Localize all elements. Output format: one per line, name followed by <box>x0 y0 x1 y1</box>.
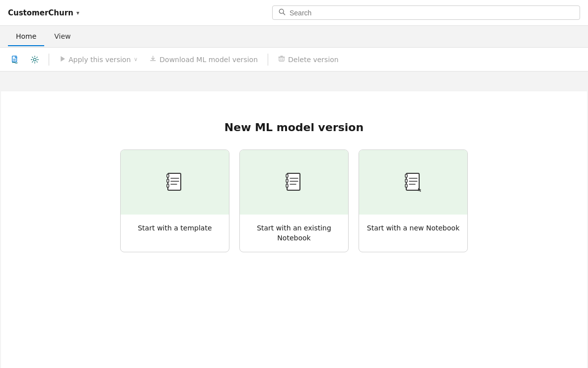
svg-rect-13 <box>167 184 169 187</box>
main-content: New ML model version Start with a templa <box>0 72 588 368</box>
delete-version-button[interactable]: Delete version <box>273 52 344 67</box>
card-existing-label: Start with an existing Notebook <box>240 215 348 252</box>
svg-rect-19 <box>286 179 288 182</box>
svg-rect-7 <box>279 57 284 61</box>
tab-home[interactable]: Home <box>8 27 44 46</box>
svg-rect-20 <box>286 184 288 187</box>
notebook-icon-template <box>163 170 187 194</box>
file-icon <box>10 55 19 64</box>
svg-rect-17 <box>287 173 300 190</box>
search-input[interactable] <box>290 9 574 17</box>
toolbar-divider-2 <box>268 54 268 66</box>
title-chevron-icon[interactable]: ▾ <box>76 9 79 16</box>
tab-view[interactable]: View <box>46 27 78 46</box>
gear-icon <box>30 55 39 64</box>
card-template[interactable]: Start with a template <box>120 149 229 252</box>
svg-marker-6 <box>61 56 65 62</box>
apply-chevron-icon: ∨ <box>134 56 138 63</box>
topbar: CustomerChurn ▾ <box>0 0 588 26</box>
notebook-icon-existing <box>282 170 306 194</box>
card-new-label: Start with a new Notebook <box>359 215 467 242</box>
download-version-button[interactable]: Download ML model version <box>145 52 263 67</box>
section-title: New ML model version <box>224 121 364 134</box>
svg-rect-27 <box>405 184 407 187</box>
trash-icon <box>278 55 285 64</box>
svg-rect-12 <box>167 179 169 182</box>
search-icon <box>279 8 286 17</box>
main-inner: New ML model version Start with a templa <box>1 91 587 368</box>
apply-version-label: Apply this version <box>69 56 131 64</box>
card-new-notebook[interactable]: Start with a new Notebook <box>359 149 468 252</box>
svg-line-1 <box>283 13 285 15</box>
svg-rect-26 <box>405 179 407 182</box>
toolbar-divider-1 <box>49 54 49 66</box>
svg-point-5 <box>33 58 36 61</box>
file-icon-button[interactable] <box>6 51 24 69</box>
notebook-icon-new <box>401 170 425 194</box>
play-icon <box>59 56 66 64</box>
card-existing-icon-area <box>240 150 348 215</box>
toolbar: Apply this version ∨ Download ML model v… <box>0 48 588 72</box>
card-new-icon-area <box>359 150 467 215</box>
svg-rect-24 <box>406 173 419 190</box>
topbar-left: CustomerChurn ▾ <box>8 8 79 17</box>
download-icon <box>149 55 156 64</box>
delete-version-label: Delete version <box>288 56 339 64</box>
svg-rect-10 <box>168 173 181 190</box>
card-template-label: Start with a template <box>121 215 229 242</box>
nav-tabs: Home View <box>0 26 588 48</box>
svg-rect-18 <box>286 174 288 177</box>
search-box[interactable] <box>272 5 580 20</box>
svg-rect-25 <box>405 174 407 177</box>
cards-row: Start with a template Start with an exi <box>120 149 468 252</box>
apply-version-button[interactable]: Apply this version ∨ <box>54 53 143 67</box>
download-version-label: Download ML model version <box>159 56 258 64</box>
card-template-icon-area <box>121 150 229 215</box>
app-title: CustomerChurn <box>8 8 74 17</box>
gear-icon-button[interactable] <box>26 51 44 69</box>
svg-rect-11 <box>167 174 169 177</box>
card-existing-notebook[interactable]: Start with an existing Notebook <box>239 149 349 252</box>
